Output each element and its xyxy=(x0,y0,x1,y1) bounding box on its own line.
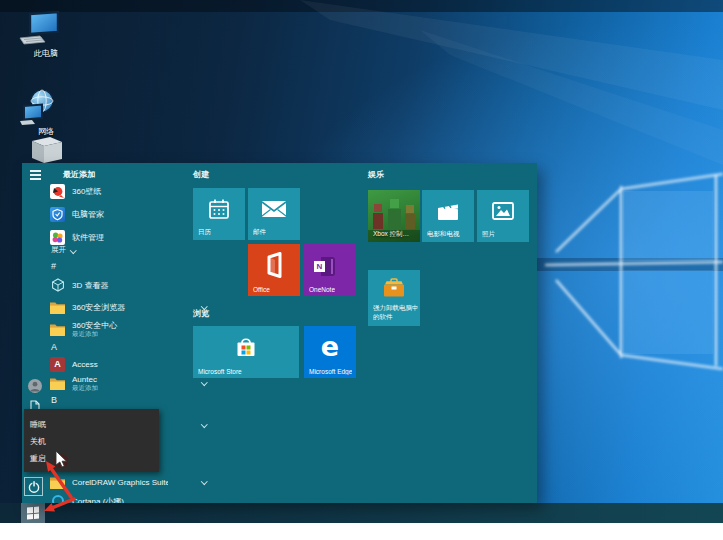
tile-label: Office xyxy=(253,286,270,293)
power-flyout-menu: 睡眠 关机 重启 xyxy=(24,409,159,472)
power-icon xyxy=(27,480,41,494)
app-item-360browser[interactable]: 360安全浏览器 xyxy=(50,299,210,315)
hamburger-menu-icon[interactable] xyxy=(22,170,48,180)
taskbar xyxy=(0,503,723,523)
folder-icon xyxy=(50,300,65,315)
app-item-label: 360安全中心 xyxy=(72,321,117,330)
tile-group-title-create: 创建 xyxy=(193,169,209,180)
screen: 此电脑 网络 xyxy=(0,0,723,540)
tile-label: 照片 xyxy=(482,230,495,239)
app-item-cortana[interactable]: Cortana (小娜) xyxy=(50,493,210,503)
app-item-label: Auntec xyxy=(72,375,98,384)
app-item-coreldraw[interactable]: CorelDRAW Graphics Suite 20… xyxy=(50,474,210,490)
menu-item-shutdown[interactable]: 关机 xyxy=(24,433,159,450)
start-button[interactable] xyxy=(21,503,45,523)
tile-group-title-entertainment: 娱乐 xyxy=(368,169,384,180)
tile-office[interactable]: Office xyxy=(248,244,300,296)
tile-calendar[interactable]: 日历 xyxy=(193,188,245,240)
app-item-subtitle: 最近添加 xyxy=(72,330,117,337)
tile-label-line2: 的软件 xyxy=(373,313,393,322)
tile-microsoft-edge[interactable]: e Microsoft Edge xyxy=(304,326,356,378)
tile-label: 邮件 xyxy=(253,228,266,237)
tile-label: Xbox 控制… xyxy=(373,230,409,239)
recent-added-header: 最近添加 xyxy=(63,169,95,180)
tile-label: OneNote xyxy=(309,286,335,293)
app-item-pc-manager[interactable]: 电脑管家 xyxy=(50,206,210,222)
calendar-icon xyxy=(208,198,230,220)
app-item-label: 360安全浏览器 xyxy=(72,302,125,313)
pc-manager-shield-icon xyxy=(50,207,65,222)
app-item-subtitle: 最近添加 xyxy=(72,384,98,391)
tile-photos[interactable]: 照片 xyxy=(477,190,529,242)
toolbox-icon xyxy=(381,277,407,298)
expand-label: 展开 xyxy=(51,245,66,255)
chevron-down-icon[interactable] xyxy=(201,379,207,385)
app-item-label: 电脑管家 xyxy=(72,209,104,220)
tile-label: 日历 xyxy=(198,228,211,237)
user-avatar[interactable] xyxy=(22,379,48,393)
store-bag-icon xyxy=(234,335,258,359)
tile-mail[interactable]: 邮件 xyxy=(248,188,300,240)
tile-label: Microsoft Edge xyxy=(309,368,352,375)
app-item-auntec[interactable]: Auntec 最近添加 xyxy=(50,373,210,393)
360wallpaper-icon xyxy=(50,184,65,199)
section-letter-b[interactable]: B xyxy=(51,395,57,405)
folder-icon xyxy=(50,376,65,391)
network-icon xyxy=(18,88,74,126)
app-item-3d-viewer[interactable]: 3D 查看器 xyxy=(50,277,210,293)
cortana-icon xyxy=(50,494,65,504)
3d-viewer-cube-icon xyxy=(50,278,65,293)
tile-group-title-browse: 浏览 xyxy=(193,308,209,319)
this-pc-icon xyxy=(18,10,74,48)
power-button[interactable] xyxy=(24,477,43,496)
onenote-n-badge: N xyxy=(314,261,325,272)
box-icon xyxy=(26,133,66,163)
app-item-software-manager[interactable]: 软件管理 xyxy=(50,229,210,245)
edge-logo-icon: e xyxy=(321,330,339,361)
photos-icon xyxy=(491,200,515,222)
app-item-360security-center[interactable]: 360安全中心 最近添加 xyxy=(50,319,210,339)
tile-label-line1: 强力卸载电脑中 xyxy=(373,304,419,313)
menu-item-restart[interactable]: 重启 xyxy=(24,450,159,467)
folder-icon xyxy=(50,322,65,337)
tile-xbox-console[interactable]: Xbox 控制… xyxy=(368,190,420,242)
app-item-label: 3D 查看器 xyxy=(72,280,108,291)
tile-label: 电影和电视 xyxy=(427,230,460,239)
access-icon: A xyxy=(50,357,65,372)
tile-label: Microsoft Store xyxy=(198,368,242,375)
app-item-label: Cortana (小娜) xyxy=(72,496,124,504)
desktop-icon-this-pc[interactable]: 此电脑 xyxy=(18,10,74,59)
avatar-icon xyxy=(28,379,42,393)
mail-icon xyxy=(261,199,287,219)
expand-collapse-control[interactable]: 展开 xyxy=(51,245,76,255)
tile-movies-tv[interactable]: 电影和电视 xyxy=(422,190,474,242)
app-item-label: Access xyxy=(72,360,98,369)
app-item-360wallpaper[interactable]: 360壁纸 xyxy=(50,183,210,199)
movies-clapper-icon xyxy=(436,200,460,222)
tile-microsoft-store[interactable]: Microsoft Store xyxy=(193,326,299,378)
chevron-down-icon[interactable] xyxy=(201,478,207,484)
tile-onenote[interactable]: N OneNote xyxy=(304,244,356,296)
menu-item-sleep[interactable]: 睡眠 xyxy=(24,416,159,433)
chevron-down-icon[interactable] xyxy=(201,421,207,427)
chevron-down-icon xyxy=(70,247,76,253)
software-manager-pinwheel-icon xyxy=(50,230,65,245)
folder-icon xyxy=(50,475,65,490)
office-icon xyxy=(264,252,284,278)
app-item-label: CorelDRAW Graphics Suite 20… xyxy=(72,478,168,487)
app-item-access[interactable]: A Access xyxy=(50,356,210,372)
desktop-icon-label: 此电脑 xyxy=(18,48,74,59)
app-item-label: 软件管理 xyxy=(72,232,104,243)
desktop-icon-network[interactable]: 网络 xyxy=(18,88,74,137)
section-letter-hash[interactable]: # xyxy=(51,261,56,271)
windows-logo-icon xyxy=(27,507,39,520)
app-item-label: 360壁纸 xyxy=(72,186,101,197)
tile-uninstaller[interactable]: 强力卸载电脑中 的软件 xyxy=(368,270,420,326)
section-letter-a[interactable]: A xyxy=(51,342,57,352)
